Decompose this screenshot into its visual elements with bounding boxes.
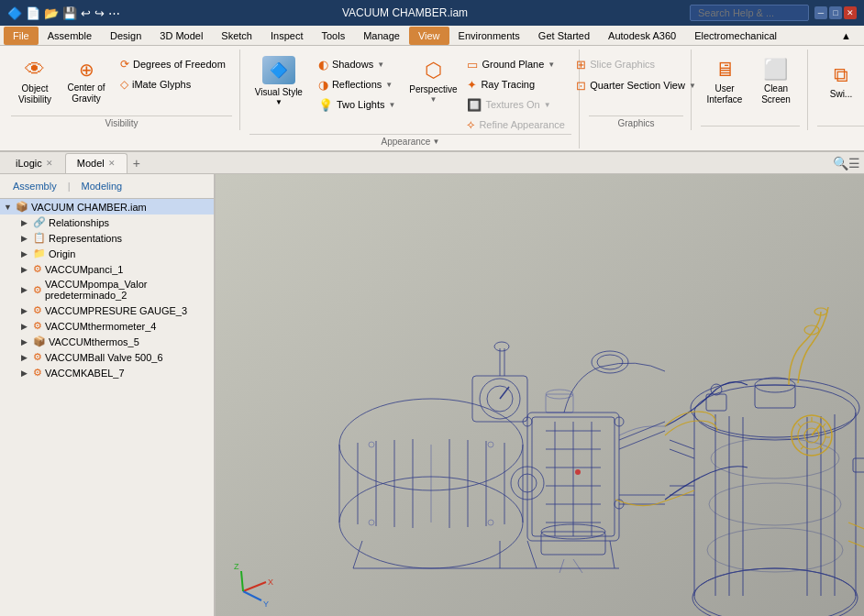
menu-tools[interactable]: Tools	[312, 27, 354, 45]
clean-screen-button[interactable]: ⬜ CleanScreen	[752, 51, 800, 112]
switch-windows-label: Swi...	[830, 89, 852, 100]
tab-ilogic-close[interactable]: ✕	[46, 159, 53, 168]
tab-ilogic[interactable]: iLogic ✕	[4, 153, 65, 173]
tab-menu-icon[interactable]: ☰	[848, 156, 860, 170]
graphics-content: ⊞ Slice Graphics ⊡ Quarter Section View …	[570, 51, 703, 116]
tree-vaccumthermometer[interactable]: ▶ ⚙ VACCUMthermometer_4	[0, 318, 214, 334]
menu-get-started[interactable]: Get Started	[529, 27, 599, 45]
tab-model-label: Model	[77, 158, 105, 169]
user-interface-button[interactable]: 🖥 UserInterface	[701, 51, 748, 112]
degrees-of-freedom-label: Degrees of Freedom	[133, 59, 226, 70]
menu-view[interactable]: View	[409, 27, 449, 45]
menu-manage[interactable]: Manage	[354, 27, 409, 45]
reflections-dropdown: ▼	[385, 81, 393, 89]
assembly-link[interactable]: Assembly	[7, 178, 62, 194]
tab-model[interactable]: Model ✕	[65, 153, 127, 173]
shadows-icon: ◐	[318, 58, 328, 72]
windows-content: ⧉ Swi...	[817, 51, 864, 126]
center-gravity-label: Center ofGravity	[67, 82, 105, 104]
refine-appearance-label: Refine Appearance	[479, 119, 565, 130]
ray-tracing-button[interactable]: ✦ Ray Tracing	[460, 75, 571, 94]
viewport[interactable]: X Y Z	[216, 174, 864, 616]
imate-glyphs-label: iMate Glyphs	[132, 79, 191, 90]
quarter-section-button[interactable]: ⊡ Quarter Section View ▼	[570, 76, 703, 94]
tree-vaccumpresure[interactable]: ▶ ⚙ VACCUMPRESURE GAUGE_3	[0, 302, 214, 318]
imate-glyphs-icon: ◇	[120, 78, 128, 91]
perspective-button[interactable]: ⬡ Perspective ▼	[409, 51, 457, 112]
sidebar: Assembly | Modeling ▼ 📦 VACUUM CHAMBER.i…	[0, 174, 216, 616]
window-maximize[interactable]: □	[829, 6, 842, 19]
center-gravity-button[interactable]: ⊕ Center ofGravity	[62, 51, 110, 112]
quick-access-more[interactable]: ⋯	[108, 6, 120, 20]
textures-dropdown: ▼	[544, 101, 551, 109]
refine-appearance-button[interactable]: ⟡ Refine Appearance	[460, 116, 571, 134]
ray-tracing-label: Ray Tracing	[481, 79, 535, 90]
object-visibility-button[interactable]: 👁 ObjectVisibility	[11, 51, 59, 112]
title-bar: 🔷 📄 📂 💾 ↩ ↪ ⋯ VACUUM CHAMBER.iam ─ □ ✕	[0, 0, 864, 26]
switch-windows-button[interactable]: ⧉ Swi...	[817, 51, 864, 112]
ribbon-group-visibility: 👁 ObjectVisibility ⊕ Center ofGravity ⟳ …	[4, 50, 240, 130]
tree-rep-label: Representations	[49, 233, 210, 244]
tree-root-label: VACUUM CHAMBER.iam	[31, 202, 210, 213]
window-close[interactable]: ✕	[844, 6, 857, 19]
menu-inspect[interactable]: Inspect	[261, 27, 312, 45]
tree-vaccumball[interactable]: ▶ ⚙ VACCUMBall Valve 500_6	[0, 349, 214, 365]
appearance-content: 🔷 Visual Style ▼ ◐ Shadows ▼ ◑ Reflectio…	[249, 51, 571, 134]
graphics-group-label: Graphics	[589, 116, 683, 128]
menu-3d-model[interactable]: 3D Model	[150, 27, 212, 45]
menu-expand[interactable]: ▲	[832, 27, 860, 45]
tree-relationships[interactable]: ▶ 🔗 Relationships	[0, 214, 214, 230]
window-minimize[interactable]: ─	[814, 6, 827, 19]
degrees-of-freedom-button[interactable]: ⟳ Degrees of Freedom	[114, 55, 232, 73]
tree-vaccumpanci[interactable]: ▶ ⚙ VACCUMpanci_1	[0, 261, 214, 277]
menu-assemble[interactable]: Assemble	[39, 27, 101, 45]
tree-representations[interactable]: ▶ 📋 Representations	[0, 230, 214, 246]
tab-search-icon[interactable]: 🔍	[833, 156, 848, 170]
tree-vaccumthermos[interactable]: ▶ 📦 VACCUMthermos_5	[0, 334, 214, 349]
appearance-label-text: Appearance	[382, 137, 431, 147]
menu-autodesk-a360[interactable]: Autodesk A360	[599, 27, 685, 45]
tree-vpg-label: VACCUMPRESURE GAUGE_3	[45, 305, 210, 316]
ray-tracing-icon: ✦	[467, 78, 477, 92]
tree-origin[interactable]: ▶ 📁 Origin	[0, 246, 214, 261]
textures-on-button[interactable]: 🔲 Textures On ▼	[460, 95, 571, 114]
two-lights-button[interactable]: 💡 Two Lights ▼	[312, 95, 403, 114]
menu-design[interactable]: Design	[101, 27, 150, 45]
ribbon-group-windows: ⧉ Swi...	[810, 50, 864, 130]
visual-style-button[interactable]: 🔷 Visual Style ▼	[249, 51, 308, 112]
shadows-button[interactable]: ◐ Shadows ▼	[312, 55, 403, 73]
tree-vaccumpompa[interactable]: ▶ ⚙ VACCUMpompa_Valor predeterminado_2	[0, 277, 214, 302]
reflections-button[interactable]: ◑ Reflections ▼	[312, 75, 403, 94]
tree-rel-icon: 🔗	[33, 216, 46, 228]
tree-root-item[interactable]: ▼ 📦 VACUUM CHAMBER.iam	[0, 199, 214, 214]
object-visibility-label: ObjectVisibility	[18, 83, 51, 105]
interface-group-label	[701, 126, 800, 128]
shadows-label: Shadows	[332, 59, 373, 70]
menu-sketch[interactable]: Sketch	[212, 27, 261, 45]
tree-vaccmkabel[interactable]: ▶ ⚙ VACCMKABEL_7	[0, 365, 214, 380]
quick-access-open[interactable]: 📂	[44, 6, 59, 20]
two-lights-label: Two Lights	[337, 99, 385, 110]
menu-file[interactable]: File	[4, 27, 39, 45]
quick-access-redo[interactable]: ↪	[94, 6, 105, 20]
quick-access-undo[interactable]: ↩	[81, 6, 91, 20]
window-title: VACUUM CHAMBER.iam	[120, 6, 690, 19]
tab-add-button[interactable]: +	[127, 156, 146, 170]
quick-access-save[interactable]: 💾	[62, 6, 77, 20]
menu-environments[interactable]: Environments	[449, 27, 529, 45]
modeling-link[interactable]: Modeling	[76, 178, 128, 194]
help-search-input[interactable]	[690, 5, 809, 21]
tree-vp1-expand: ▶	[21, 265, 30, 274]
slice-graphics-button[interactable]: ⊞ Slice Graphics	[570, 55, 661, 73]
slice-graphics-label: Slice Graphics	[590, 59, 655, 70]
tree-vbv-icon: ⚙	[33, 351, 42, 363]
tab-model-close[interactable]: ✕	[108, 159, 116, 168]
ground-plane-icon: ▭	[467, 58, 478, 72]
tree-rep-expand: ▶	[21, 234, 30, 243]
shadows-dropdown: ▼	[377, 60, 384, 69]
menu-electromechanical[interactable]: Electromechanical	[685, 27, 786, 45]
imate-glyphs-button[interactable]: ◇ iMate Glyphs	[114, 75, 232, 94]
ground-plane-button[interactable]: ▭ Ground Plane ▼	[460, 55, 571, 73]
tree-vp1-icon: ⚙	[33, 263, 42, 275]
quick-access-new[interactable]: 📄	[26, 6, 40, 20]
